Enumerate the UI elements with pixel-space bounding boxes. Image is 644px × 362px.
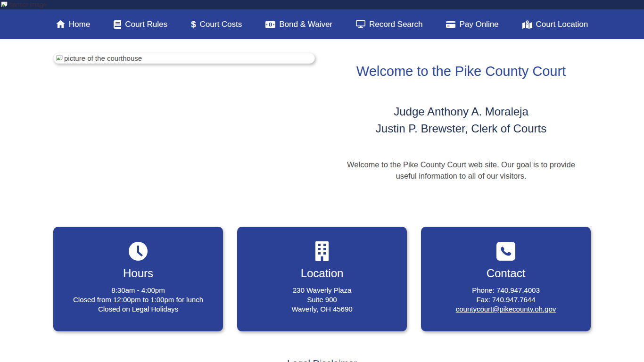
nav-item-record-search[interactable]: Record Search <box>356 20 422 29</box>
phone-square-icon <box>496 241 516 261</box>
address-line: 230 Waverly Plaza <box>237 286 407 295</box>
hours-card: Hours 8:30am - 4:00pm Closed from 12:00p… <box>53 227 223 331</box>
credit-card-icon <box>446 21 455 28</box>
top-banner-bar: banner image <box>0 0 644 9</box>
intro-paragraph: Welcome to the Pike County Court web sit… <box>341 159 581 181</box>
courthouse-image-alt-text: picture of the courthouse <box>64 54 142 62</box>
hero-section: picture of the courthouse Welcome to the… <box>0 53 644 181</box>
money-bill-icon <box>265 21 275 28</box>
map-marked-icon <box>522 20 532 29</box>
email-link[interactable]: countycourt@pikecounty.oh.gov <box>456 305 556 313</box>
hours-line: 8:30am - 4:00pm <box>53 286 223 295</box>
nav-label: Home <box>69 20 90 29</box>
home-icon <box>56 20 65 28</box>
main-navigation: Home Court Rules $ Court Costs Bond & Wa… <box>0 9 644 39</box>
nav-item-bond-waiver[interactable]: Bond & Waiver <box>265 20 332 29</box>
address-line: Suite 900 <box>237 295 407 304</box>
location-card-body: 230 Waverly Plaza Suite 900 Waverly, OH … <box>237 286 407 314</box>
hours-line: Closed from 12:00pm to 1:00pm for lunch <box>53 295 223 304</box>
nav-label: Court Costs <box>200 20 242 29</box>
broken-image-icon <box>56 55 63 62</box>
contact-card: Contact Phone: 740.947.4003 Fax: 740.947… <box>421 227 591 331</box>
nav-item-court-location[interactable]: Court Location <box>522 20 588 29</box>
legal-disclaimer-link[interactable]: Legal Disclaimer <box>287 358 357 362</box>
location-card: Location 230 Waverly Plaza Suite 900 Wav… <box>237 227 407 331</box>
nav-item-pay-online[interactable]: Pay Online <box>446 20 498 29</box>
card-title: Contact <box>421 267 591 280</box>
contact-card-body: Phone: 740.947.4003 Fax: 740.947.7644 co… <box>421 286 591 314</box>
dollar-icon: $ <box>191 20 196 29</box>
nav-item-court-rules[interactable]: Court Rules <box>114 20 167 29</box>
location-card-icon-wrap <box>237 241 407 261</box>
address-line: Waverly, OH 45690 <box>237 304 407 314</box>
desktop-icon <box>356 20 365 28</box>
hours-card-body: 8:30am - 4:00pm Closed from 12:00pm to 1… <box>53 286 223 314</box>
page-title: Welcome to the Pike County Court <box>322 64 600 79</box>
clock-icon <box>128 241 148 261</box>
card-title: Hours <box>53 267 223 280</box>
nav-label: Court Location <box>536 20 588 29</box>
card-title: Location <box>237 267 407 280</box>
hours-card-icon-wrap <box>53 241 223 261</box>
banner-image-alt-text: banner image <box>9 0 47 9</box>
courthouse-image-broken: picture of the courthouse <box>53 53 315 64</box>
hero-image-column: picture of the courthouse <box>0 53 322 181</box>
nav-label: Court Rules <box>125 20 167 29</box>
book-icon <box>114 20 121 29</box>
contact-card-icon-wrap <box>421 241 591 261</box>
nav-label: Record Search <box>369 20 422 29</box>
footer: Legal Disclaimer <box>0 358 644 362</box>
nav-item-home[interactable]: Home <box>56 20 90 29</box>
phone-line: Phone: 740.947.4003 <box>421 286 591 295</box>
hours-line: Closed on Legal Holidays <box>53 304 223 314</box>
banner-image-broken: banner image <box>1 0 47 9</box>
info-cards: Hours 8:30am - 4:00pm Closed from 12:00p… <box>0 227 644 331</box>
nav-item-court-costs[interactable]: $ Court Costs <box>191 20 242 29</box>
judge-name: Judge Anthony A. Moraleja <box>322 103 600 120</box>
clerk-name: Justin P. Brewster, Clerk of Courts <box>322 120 600 137</box>
officials-names: Judge Anthony A. Moraleja Justin P. Brew… <box>322 103 600 137</box>
building-icon <box>314 241 330 261</box>
nav-label: Pay Online <box>459 20 498 29</box>
broken-image-icon <box>1 1 8 8</box>
fax-line: Fax: 740.947.7644 <box>421 295 591 304</box>
nav-label: Bond & Waiver <box>279 20 332 29</box>
hero-text-column: Welcome to the Pike County Court Judge A… <box>322 53 600 181</box>
